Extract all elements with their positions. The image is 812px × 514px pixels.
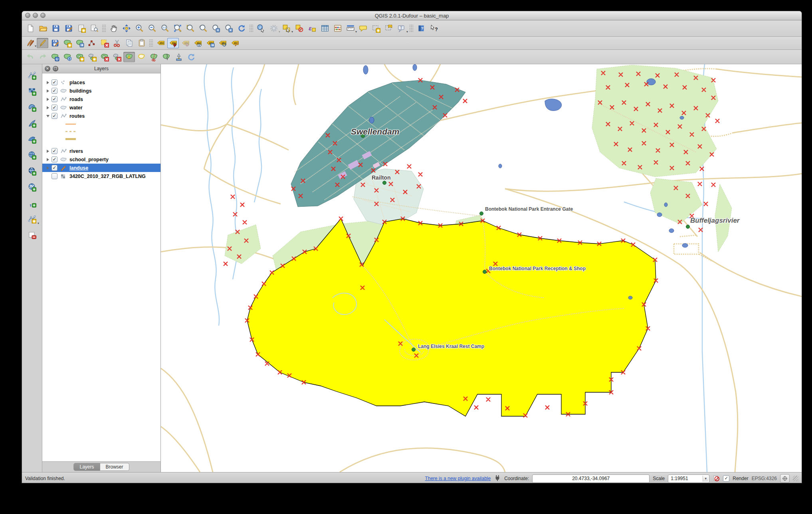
expand-icon[interactable]	[46, 98, 50, 101]
expand-icon[interactable]	[46, 106, 50, 109]
show-bookmarks-button[interactable]	[383, 23, 395, 34]
merge-features-button[interactable]	[173, 52, 184, 62]
panel-close-icon[interactable]: ✕	[45, 66, 50, 71]
new-bookmark-button[interactable]	[370, 23, 382, 34]
layer-item-water[interactable]: ✓water	[42, 103, 160, 112]
whats-this-button[interactable]: ?	[428, 23, 440, 34]
redo-button[interactable]	[37, 52, 48, 62]
simplify-feature-button[interactable]	[61, 52, 73, 62]
layer-item-school_property[interactable]: ✓school_property	[42, 155, 160, 164]
scale-combo[interactable]: 1:19951▼	[668, 474, 709, 483]
save-project-button[interactable]	[50, 23, 62, 34]
node-tool-button[interactable]	[86, 38, 98, 48]
layer-item-routes[interactable]: ✓routes	[42, 112, 160, 120]
current-edits-dropdown-icon[interactable]: ▾	[35, 45, 36, 48]
split-features-button[interactable]	[148, 52, 160, 62]
select-features-button[interactable]: ▾	[281, 23, 293, 34]
layer-checkbox-landuse[interactable]: ✓	[51, 165, 57, 171]
layer-item-3420C_2010_327_RGB_LATLNG[interactable]: 3420C_2010_327_RGB_LATLNG	[42, 172, 160, 180]
pan-to-selection-button[interactable]	[121, 23, 133, 34]
add-raster-layer-button[interactable]	[25, 85, 39, 98]
crs-status-icon[interactable]	[780, 474, 790, 483]
current-edits-button[interactable]: ▾	[24, 38, 36, 48]
add-ring-button[interactable]	[74, 52, 85, 62]
new-composer-button[interactable]	[75, 23, 87, 34]
plugin-icon[interactable]	[494, 474, 501, 483]
add-wfs-layer-button[interactable]	[25, 181, 39, 194]
new-project-button[interactable]	[24, 23, 36, 34]
refresh-button[interactable]	[236, 23, 248, 34]
layer-checkbox-school_property[interactable]: ✓	[51, 156, 57, 162]
text-annotation-button[interactable]: T▾	[396, 23, 408, 34]
select-by-expression-button[interactable]: ε	[306, 23, 318, 34]
expand-icon[interactable]	[46, 158, 50, 161]
open-project-button[interactable]	[37, 23, 49, 34]
pan-map-button[interactable]	[108, 23, 120, 34]
feature-action-dropdown-icon[interactable]: ▾	[279, 30, 280, 34]
add-wms-layer-button[interactable]	[25, 149, 39, 162]
attribute-table-button[interactable]	[319, 23, 331, 34]
zoom-last-button[interactable]	[210, 23, 222, 34]
add-wcs-layer-button[interactable]	[25, 165, 39, 178]
expand-icon[interactable]	[46, 150, 50, 153]
paste-features-button[interactable]	[136, 38, 147, 48]
expand-icon[interactable]	[46, 166, 50, 170]
add-part-button[interactable]	[86, 52, 98, 62]
add-vector-layer-button[interactable]	[25, 69, 39, 82]
help-contents-button[interactable]: ?	[415, 23, 427, 34]
layer-checkbox-buildings[interactable]: ✓	[51, 88, 57, 94]
add-delimited-text-layer-button[interactable]: ,	[25, 197, 39, 210]
titlebar[interactable]: QGIS 2.0.1-Dufour – basic_map	[22, 11, 802, 20]
minimize-button[interactable]	[33, 13, 38, 18]
show-hide-labels-button[interactable]: abc	[192, 38, 204, 48]
zoom-to-layer-button[interactable]	[197, 23, 209, 34]
stop-render-icon[interactable]	[713, 474, 720, 483]
add-postgis-layer-button[interactable]	[25, 101, 39, 114]
resize-grip[interactable]	[793, 476, 798, 481]
tab-browser[interactable]: Browser	[100, 463, 129, 471]
toggle-editing-button[interactable]	[37, 38, 48, 48]
rotate-point-symbols-button[interactable]	[185, 52, 197, 62]
add-mssql-layer-button[interactable]	[25, 133, 39, 146]
expand-icon[interactable]	[46, 89, 50, 93]
deselect-all-button[interactable]	[293, 23, 305, 34]
reshape-features-button[interactable]	[123, 52, 135, 62]
composer-manager-button[interactable]	[88, 23, 100, 34]
move-feature-button[interactable]	[74, 38, 85, 48]
cut-features-button[interactable]	[111, 38, 123, 48]
change-label-properties-button[interactable]: abc	[229, 38, 241, 48]
render-checkbox[interactable]: ✓	[723, 475, 729, 482]
layer-checkbox-places[interactable]: ✓	[51, 79, 57, 85]
highlight-pinned-labels-button[interactable]: abc	[180, 38, 191, 48]
zoom-button[interactable]	[40, 13, 46, 18]
collapse-icon[interactable]	[46, 115, 50, 117]
pin-label-button[interactable]: abc	[167, 38, 179, 48]
zoom-out-button[interactable]	[146, 23, 158, 34]
delete-selected-button[interactable]	[99, 38, 110, 48]
layer-checkbox-3420C_2010_327_RGB_LATLNG[interactable]	[51, 173, 57, 179]
labeling-button[interactable]: abc	[155, 38, 166, 48]
panel-float-icon[interactable]: ❐	[53, 66, 58, 71]
coordinate-input[interactable]: 20.4733,-34.0967	[532, 474, 650, 483]
field-calculator-button[interactable]	[332, 23, 344, 34]
split-parts-button[interactable]	[160, 52, 172, 62]
layer-checkbox-rivers[interactable]: ✓	[51, 148, 57, 154]
save-project-as-button[interactable]	[63, 23, 75, 34]
select-features-dropdown-icon[interactable]: ▾	[291, 30, 293, 34]
zoom-in-button[interactable]	[133, 23, 145, 34]
close-button[interactable]	[25, 13, 30, 18]
layer-item-landuse[interactable]: ✓landuse	[42, 164, 160, 172]
map-tips-button[interactable]	[357, 23, 369, 34]
tab-layers[interactable]: Layers	[73, 463, 100, 471]
zoom-next-button[interactable]	[223, 23, 235, 34]
layer-checkbox-water[interactable]: ✓	[51, 105, 57, 111]
delete-part-button[interactable]	[111, 52, 123, 62]
offset-curve-button[interactable]	[136, 52, 147, 62]
layer-item-places[interactable]: ✓places	[42, 78, 160, 87]
identify-button[interactable]: i	[255, 23, 267, 34]
layer-item-buildings[interactable]: ✓buildings	[42, 87, 160, 95]
measure-dropdown-icon[interactable]: ▾	[355, 30, 357, 34]
rotate-feature-button[interactable]	[49, 52, 61, 62]
move-label-button[interactable]: abc	[204, 38, 216, 48]
add-feature-button[interactable]	[61, 38, 73, 48]
